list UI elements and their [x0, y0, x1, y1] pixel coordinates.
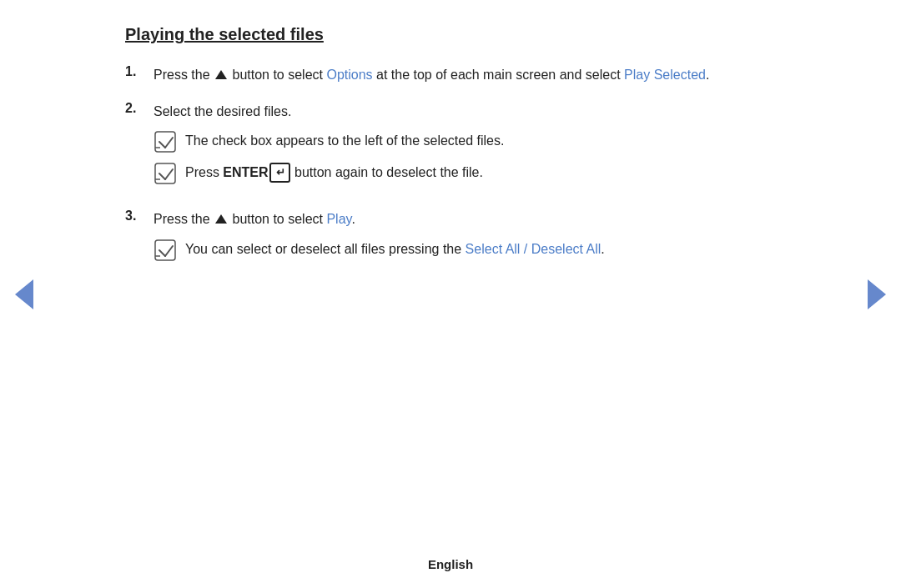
step-text-3: Press the button to select Play.: [154, 212, 355, 226]
step-number-1: 1.: [125, 64, 148, 79]
options-link: Options: [326, 68, 372, 82]
step-text-1: Press the button to select Options at th…: [154, 68, 709, 82]
svg-line-6: [165, 169, 173, 179]
select-all-link: Select All / Deselect All: [466, 242, 602, 256]
svg-line-10: [165, 246, 173, 256]
step-content-2: Select the desired files. The check box …: [154, 101, 776, 194]
step-item-3: 3. Press the button to select Play.: [125, 209, 776, 270]
note-list-2: The check box appears to the left of the…: [154, 130, 776, 185]
step-number-2: 2.: [125, 101, 148, 116]
step-number-3: 3.: [125, 209, 148, 224]
note-list-3: You can select or deselect all files pre…: [154, 239, 776, 262]
triangle-up-icon-3: [215, 214, 227, 224]
svg-line-1: [159, 142, 165, 148]
note-text-2-2: Press ENTER↵ button again to deselect th…: [185, 162, 483, 183]
note-icon-3-1: [154, 239, 177, 262]
play-selected-link: Play Selected: [624, 68, 706, 82]
nav-arrow-left[interactable]: [15, 279, 33, 309]
svg-line-2: [165, 138, 173, 148]
page-title: Playing the selected files: [125, 25, 776, 44]
step-item-1: 1. Press the button to select Options at…: [125, 64, 776, 86]
note-icon-2-1: [154, 130, 177, 153]
enter-button-icon: ↵: [269, 163, 290, 183]
step-list: 1. Press the button to select Options at…: [125, 64, 776, 270]
step-content-3: Press the button to select Play. Y: [154, 209, 776, 270]
note-icon-2-2: [154, 162, 177, 185]
main-content: Playing the selected files 1. Press the …: [50, 0, 851, 335]
step-item-2: 2. Select the desired files.: [125, 101, 776, 194]
step-content-1: Press the button to select Options at th…: [154, 64, 776, 86]
footer-language: English: [428, 557, 473, 571]
svg-rect-8: [155, 240, 175, 260]
triangle-up-icon-1: [215, 70, 227, 79]
nav-arrow-right[interactable]: [868, 279, 886, 309]
note-item-2-2: Press ENTER↵ button again to deselect th…: [154, 162, 776, 185]
note-text-3-1: You can select or deselect all files pre…: [185, 239, 605, 260]
step-text-2: Select the desired files.: [154, 104, 291, 118]
play-link: Play: [326, 212, 351, 226]
note-item-3-1: You can select or deselect all files pre…: [154, 239, 776, 262]
svg-line-5: [159, 173, 165, 179]
note-text-2-1: The check box appears to the left of the…: [185, 130, 504, 152]
enter-label: ENTER: [223, 165, 268, 179]
enter-arrow-icon: ↵: [276, 164, 285, 182]
note-item-2-1: The check box appears to the left of the…: [154, 130, 776, 153]
svg-rect-4: [155, 163, 175, 183]
svg-rect-0: [155, 132, 175, 152]
svg-line-9: [159, 250, 165, 256]
